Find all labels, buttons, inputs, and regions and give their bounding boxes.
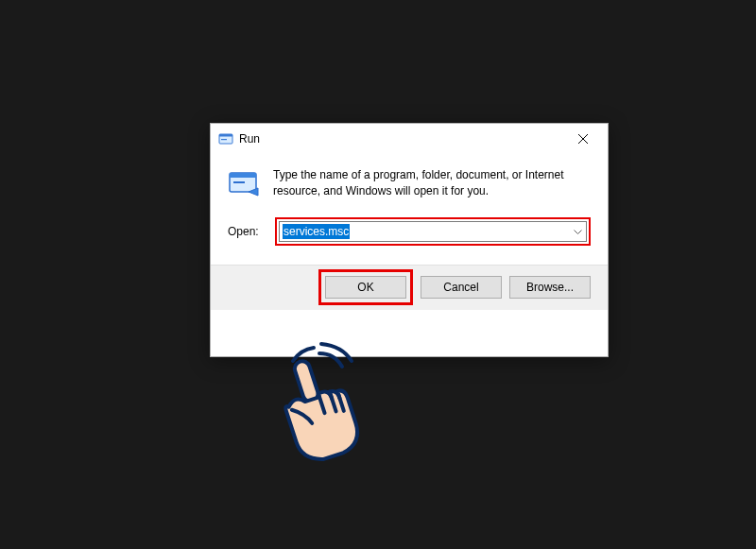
svg-rect-6 xyxy=(230,173,256,178)
svg-line-9 xyxy=(318,395,324,413)
pointer-hand-icon xyxy=(265,340,369,472)
run-dialog-icon xyxy=(218,131,233,146)
button-bar: OK Cancel Browse... xyxy=(211,265,608,310)
open-combobox[interactable]: services.msc xyxy=(279,221,587,242)
ok-highlight: OK xyxy=(318,269,413,305)
run-program-icon xyxy=(228,167,260,199)
dialog-title: Run xyxy=(239,132,561,146)
info-text: Type the name of a program, folder, docu… xyxy=(273,167,591,200)
svg-rect-7 xyxy=(233,181,245,183)
run-dialog: Run Type the name of a program, folder, … xyxy=(210,123,609,357)
close-button[interactable] xyxy=(561,126,604,152)
open-input-value[interactable]: services.msc xyxy=(283,224,350,239)
svg-rect-8 xyxy=(293,359,320,403)
open-label: Open: xyxy=(228,225,266,238)
info-row: Type the name of a program, folder, docu… xyxy=(228,167,591,200)
cancel-button[interactable]: Cancel xyxy=(421,276,502,299)
svg-rect-2 xyxy=(221,139,227,140)
titlebar[interactable]: Run xyxy=(211,124,608,154)
open-row: Open: services.msc xyxy=(228,217,591,246)
svg-rect-1 xyxy=(219,134,232,137)
chevron-down-icon[interactable] xyxy=(574,225,582,238)
dialog-body: Type the name of a program, folder, docu… xyxy=(211,154,608,265)
svg-line-11 xyxy=(338,395,344,411)
svg-line-10 xyxy=(330,393,335,411)
input-highlight: services.msc xyxy=(275,217,591,246)
ok-button[interactable]: OK xyxy=(325,276,406,299)
browse-button[interactable]: Browse... xyxy=(509,276,591,299)
